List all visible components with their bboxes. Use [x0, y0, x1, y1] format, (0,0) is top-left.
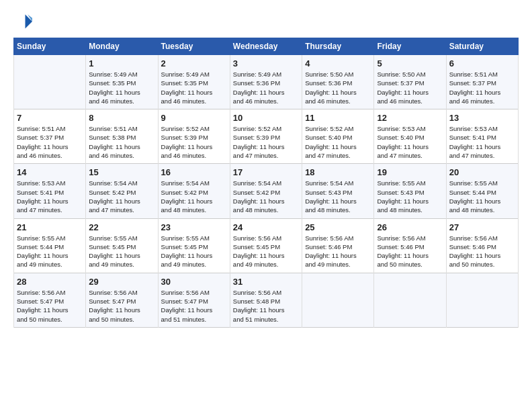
calendar-cell: 6Sunrise: 5:51 AMSunset: 5:37 PMDaylight…	[446, 55, 518, 109]
day-number: 31	[233, 277, 299, 287]
day-number: 1	[89, 58, 154, 68]
cell-info: and 46 minutes.	[305, 97, 371, 105]
cell-info: Sunrise: 5:56 AM	[233, 234, 299, 242]
cell-info: Sunset: 5:46 PM	[305, 242, 371, 251]
cell-info: Sunset: 5:45 PM	[89, 242, 154, 251]
day-number: 6	[449, 58, 515, 68]
calendar-cell: 25Sunrise: 5:56 AMSunset: 5:46 PMDayligh…	[302, 218, 374, 273]
day-number: 10	[233, 113, 299, 123]
cell-info: Sunrise: 5:55 AM	[89, 234, 154, 242]
cell-info: Sunrise: 5:49 AM	[233, 70, 299, 79]
cell-info: Sunset: 5:43 PM	[377, 188, 443, 197]
cell-info: and 48 minutes.	[449, 205, 515, 214]
cell-info: Sunset: 5:36 PM	[233, 79, 299, 87]
cell-info: Sunset: 5:38 PM	[89, 133, 154, 142]
cell-info: Daylight: 11 hours	[305, 197, 371, 205]
cell-info: Sunset: 5:46 PM	[377, 242, 443, 251]
day-number: 2	[161, 58, 227, 68]
day-number: 24	[233, 222, 299, 232]
calendar-cell: 28Sunrise: 5:56 AMSunset: 5:47 PMDayligh…	[14, 273, 86, 327]
cell-info: and 47 minutes.	[449, 151, 515, 160]
calendar-cell: 20Sunrise: 5:55 AMSunset: 5:44 PMDayligh…	[446, 164, 518, 218]
cell-info: Daylight: 11 hours	[449, 142, 515, 151]
cell-info: Daylight: 11 hours	[161, 197, 227, 205]
cell-info: Daylight: 11 hours	[233, 88, 299, 97]
calendar-cell: 14Sunrise: 5:53 AMSunset: 5:41 PMDayligh…	[14, 164, 86, 218]
cell-info: Sunset: 5:44 PM	[17, 242, 83, 251]
cell-info: and 46 minutes.	[161, 151, 227, 160]
day-number: 11	[305, 113, 371, 123]
cell-info: and 50 minutes.	[449, 260, 515, 269]
day-header-thursday: Thursday	[302, 38, 374, 55]
cell-info: and 49 minutes.	[305, 260, 371, 269]
cell-info: Sunrise: 5:56 AM	[233, 288, 299, 297]
cell-info: Daylight: 11 hours	[233, 251, 299, 260]
calendar-cell: 4Sunrise: 5:50 AMSunset: 5:36 PMDaylight…	[302, 55, 374, 109]
calendar-cell: 24Sunrise: 5:56 AMSunset: 5:45 PMDayligh…	[230, 218, 302, 273]
cell-info: Daylight: 11 hours	[161, 142, 227, 151]
cell-info: and 46 minutes.	[161, 97, 227, 105]
cell-info: Daylight: 11 hours	[377, 142, 443, 151]
cell-info: Sunrise: 5:56 AM	[305, 234, 371, 242]
cell-info: and 51 minutes.	[161, 315, 227, 324]
day-number: 8	[89, 113, 154, 123]
cell-info: Sunrise: 5:55 AM	[161, 234, 227, 242]
calendar-cell: 30Sunrise: 5:56 AMSunset: 5:47 PMDayligh…	[158, 273, 230, 327]
calendar-table: SundayMondayTuesdayWednesdayThursdayFrid…	[13, 38, 519, 328]
cell-info: Daylight: 11 hours	[377, 197, 443, 205]
day-number: 20	[449, 167, 515, 177]
calendar-cell: 29Sunrise: 5:56 AMSunset: 5:47 PMDayligh…	[86, 273, 158, 327]
cell-info: and 49 minutes.	[89, 260, 154, 269]
calendar-cell: 15Sunrise: 5:54 AMSunset: 5:42 PMDayligh…	[86, 164, 158, 218]
calendar-cell: 13Sunrise: 5:53 AMSunset: 5:41 PMDayligh…	[446, 109, 518, 164]
cell-info: Sunset: 5:40 PM	[377, 133, 443, 142]
cell-info: and 50 minutes.	[377, 260, 443, 269]
cell-info: Sunrise: 5:52 AM	[161, 124, 227, 133]
day-number: 28	[17, 277, 83, 287]
day-number: 30	[161, 277, 227, 287]
cell-info: Sunset: 5:44 PM	[449, 188, 515, 197]
cell-info: Sunset: 5:42 PM	[89, 188, 154, 197]
day-header-tuesday: Tuesday	[158, 38, 230, 55]
cell-info: Sunset: 5:37 PM	[449, 79, 515, 87]
cell-info: Sunset: 5:39 PM	[161, 133, 227, 142]
cell-info: Sunset: 5:37 PM	[17, 133, 83, 142]
cell-info: Daylight: 11 hours	[377, 251, 443, 260]
cell-info: Sunrise: 5:51 AM	[89, 124, 154, 133]
cell-info: Sunrise: 5:53 AM	[449, 124, 515, 133]
calendar-cell: 17Sunrise: 5:54 AMSunset: 5:42 PMDayligh…	[230, 164, 302, 218]
calendar-cell: 22Sunrise: 5:55 AMSunset: 5:45 PMDayligh…	[86, 218, 158, 273]
calendar-cell: 2Sunrise: 5:49 AMSunset: 5:35 PMDaylight…	[158, 55, 230, 109]
cell-info: and 51 minutes.	[233, 315, 299, 324]
day-number: 21	[17, 222, 83, 232]
cell-info: and 47 minutes.	[377, 151, 443, 160]
cell-info: and 48 minutes.	[377, 205, 443, 214]
cell-info: Sunset: 5:42 PM	[161, 188, 227, 197]
day-number: 5	[377, 58, 443, 68]
svg-marker-0	[26, 15, 33, 29]
week-row-4: 21Sunrise: 5:55 AMSunset: 5:44 PMDayligh…	[14, 218, 519, 273]
calendar-cell: 3Sunrise: 5:49 AMSunset: 5:36 PMDaylight…	[230, 55, 302, 109]
cell-info: Daylight: 11 hours	[17, 251, 83, 260]
cell-info: and 47 minutes.	[305, 151, 371, 160]
cell-info: Sunset: 5:43 PM	[305, 188, 371, 197]
cell-info: Sunset: 5:45 PM	[233, 242, 299, 251]
cell-info: Sunrise: 5:52 AM	[305, 124, 371, 133]
cell-info: Sunrise: 5:56 AM	[161, 288, 227, 297]
cell-info: Sunset: 5:39 PM	[233, 133, 299, 142]
cell-info: Daylight: 11 hours	[377, 88, 443, 97]
cell-info: Sunrise: 5:52 AM	[233, 124, 299, 133]
day-number: 4	[305, 58, 371, 68]
cell-info: Daylight: 11 hours	[89, 197, 154, 205]
calendar-cell: 31Sunrise: 5:56 AMSunset: 5:48 PMDayligh…	[230, 273, 302, 327]
cell-info: Daylight: 11 hours	[305, 251, 371, 260]
day-number: 22	[89, 222, 154, 232]
cell-info: Daylight: 11 hours	[161, 306, 227, 314]
day-number: 27	[449, 222, 515, 232]
day-number: 29	[89, 277, 154, 287]
cell-info: Daylight: 11 hours	[17, 142, 83, 151]
cell-info: Sunrise: 5:49 AM	[161, 70, 227, 79]
calendar-cell: 11Sunrise: 5:52 AMSunset: 5:40 PMDayligh…	[302, 109, 374, 164]
cell-info: Daylight: 11 hours	[89, 306, 154, 314]
day-number: 15	[89, 167, 154, 177]
